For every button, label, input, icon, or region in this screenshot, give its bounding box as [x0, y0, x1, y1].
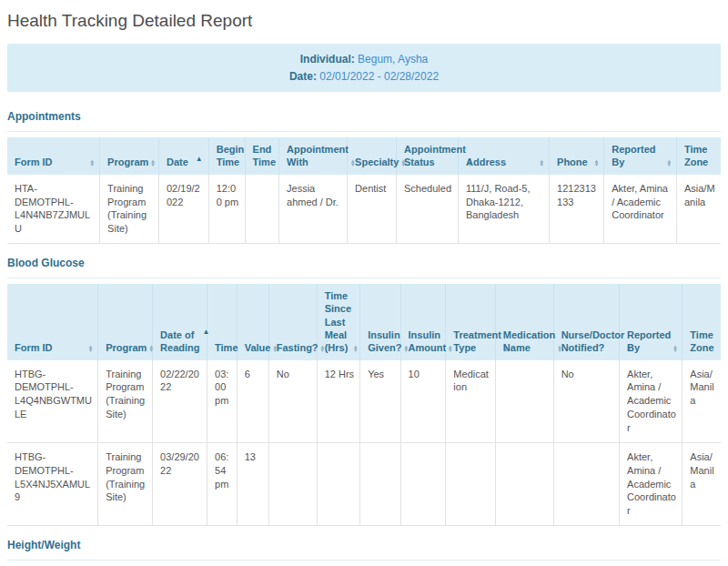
table-cell: Akter, Amina / Academic Coordinator [604, 175, 677, 244]
sort-icon[interactable]: ▴▾ [595, 159, 599, 169]
table-cell: Asia/Manila [676, 175, 721, 244]
column-label: Appointment Status [404, 143, 466, 169]
sort-icon[interactable]: ▴▾ [321, 345, 325, 355]
column-header: Time Zone [682, 284, 721, 359]
sort-ascending-icon[interactable]: ▲ [196, 156, 203, 163]
sort-ascending-icon[interactable]: ▲ [202, 328, 209, 336]
section-divider [7, 278, 721, 278]
individual-label: Individual: [300, 53, 355, 66]
column-header[interactable]: Date of Reading▲ [153, 284, 207, 359]
table-cell [360, 442, 400, 525]
table-cell [245, 175, 279, 244]
sort-icon[interactable]: ▴▾ [151, 159, 155, 169]
column-header[interactable]: Reported By▴▾ [604, 137, 677, 175]
table-cell [495, 442, 553, 525]
column-label: Program [107, 156, 148, 168]
table-cell [495, 360, 553, 443]
column-header[interactable]: Appointment With▴▾ [279, 137, 348, 175]
sort-icon[interactable]: ▴▾ [404, 345, 408, 355]
table-cell: Akter, Amina / Academic Coordinator [620, 442, 682, 525]
column-label: Specialty [355, 156, 399, 168]
table-row: HTBG-DEMOTPHL-L4Q4NBGWTMULETraining Prog… [7, 360, 721, 443]
column-header[interactable]: Program▴▾ [98, 284, 153, 359]
table-cell: 6 [237, 360, 268, 443]
column-header[interactable]: Appointment Status▴▾ [397, 137, 459, 175]
table-cell: 12:00 pm [208, 175, 245, 244]
column-label: Medication Name [503, 328, 555, 355]
table-cell: Akter, Amina / Academic Coordinator [620, 360, 682, 443]
banner-individual-line: Individual: Begum, Aysha [16, 51, 712, 68]
column-label: Time Since Last Meal (Hrs) [325, 289, 351, 354]
table-cell: 03:00 pm [207, 360, 238, 443]
table-cell [446, 442, 495, 525]
date-label: Date: [289, 70, 317, 83]
sort-icon[interactable]: ▴▾ [91, 159, 95, 169]
sort-icon[interactable]: ▴▾ [667, 159, 671, 169]
section-divider [7, 131, 721, 132]
table-cell: Training Program (Training Site) [98, 360, 153, 443]
column-header: Begin Time [208, 137, 245, 175]
column-label: Appointment With [287, 143, 349, 169]
table-header-row: Form ID▴▾Program▴▾Date▲Begin TimeEnd Tim… [7, 137, 721, 175]
blood-glucose-table: Form ID▴▾Program▴▾Date of Reading▲TimeVa… [7, 284, 721, 526]
table-row: HTA-DEMOTPHL-L4N4NB7ZJMULUTraining Progr… [7, 175, 721, 244]
column-label: Value [245, 341, 271, 354]
column-label: Phone [557, 156, 588, 168]
section-title-appointments: Appointments [7, 110, 721, 123]
column-header[interactable]: Reported By▴▾ [620, 284, 682, 359]
column-label: Date of Reading [160, 328, 199, 355]
table-cell: 13 [237, 442, 268, 525]
column-header[interactable]: Value▴▾ [237, 284, 268, 359]
sort-icon[interactable]: ▴▾ [354, 345, 358, 355]
table-cell: 10 [400, 360, 446, 443]
table-cell: Scheduled [397, 175, 459, 244]
table-cell: Training Program (Training Site) [100, 175, 159, 244]
column-label: Time [215, 341, 238, 354]
table-cell: Medication [446, 360, 495, 443]
table-cell: HTBG-DEMOTPHL-L4Q4NBGWTMULE [7, 360, 98, 443]
sort-icon[interactable]: ▴▾ [449, 345, 452, 355]
sort-icon[interactable]: ▴▾ [351, 159, 355, 169]
column-header: Time [207, 284, 238, 359]
table-cell: Yes [360, 360, 400, 443]
table-cell: 12 Hrs [317, 360, 359, 443]
column-label: Form ID [15, 156, 53, 168]
sort-icon[interactable]: ▴▾ [149, 345, 153, 355]
column-header[interactable]: Program▴▾ [100, 137, 159, 175]
table-cell: 02/22/2022 [153, 360, 207, 443]
column-header[interactable]: Medication Name▴▾ [495, 284, 553, 359]
sort-icon[interactable]: ▴▾ [673, 345, 677, 355]
column-header[interactable]: Nurse/Doctor Notified?▴▾ [553, 284, 619, 359]
column-header[interactable]: Form ID▴▾ [7, 137, 100, 175]
table-cell: No [268, 360, 317, 443]
table-cell: 111/J, Road-5, Dhaka-1212, Bangladesh [459, 175, 550, 244]
column-header[interactable]: Specialty▴▾ [348, 137, 397, 175]
table-cell: 1212313133 [550, 175, 604, 244]
table-cell [317, 442, 359, 525]
column-header[interactable]: Treatment Type▴▾ [446, 284, 495, 359]
column-header[interactable]: Form ID▴▾ [7, 284, 98, 359]
section-title-height-weight: Height/Weight [7, 539, 721, 551]
column-header[interactable]: Date▲ [158, 137, 208, 175]
sort-icon[interactable]: ▴▾ [89, 345, 93, 355]
column-label: Address [466, 156, 506, 168]
table-cell [400, 442, 446, 525]
table-cell: 03/29/2022 [153, 442, 207, 525]
column-header[interactable]: Phone▴▾ [550, 137, 604, 175]
table-cell: Training Program (Training Site) [98, 442, 153, 525]
page-title: Health Tracking Detailed Report [7, 11, 721, 31]
appointments-section: Appointments Form ID▴▾Program▴▾Date▲Begi… [7, 110, 721, 244]
table-cell: Dentist [348, 175, 397, 244]
column-label: Date [167, 156, 188, 168]
column-label: Insulin Given? [368, 328, 401, 355]
column-header[interactable]: Fasting?▴▾ [268, 284, 317, 359]
individual-value: Begum, Aysha [358, 53, 428, 66]
table-row: HTBG-DEMOTPHL-L5X4NJ5XAMUL9Training Prog… [7, 442, 721, 525]
column-label: Fasting? [277, 341, 318, 354]
column-header[interactable]: Address▴▾ [459, 137, 550, 175]
sort-icon[interactable]: ▴▾ [541, 159, 544, 169]
column-label: Time Zone [690, 328, 715, 355]
column-header[interactable]: Insulin Given?▴▾ [360, 284, 400, 359]
banner-date-line: Date: 02/01/2022 - 02/28/2022 [16, 68, 712, 86]
table-header-row: Form ID▴▾Program▴▾Date of Reading▲TimeVa… [7, 284, 721, 359]
